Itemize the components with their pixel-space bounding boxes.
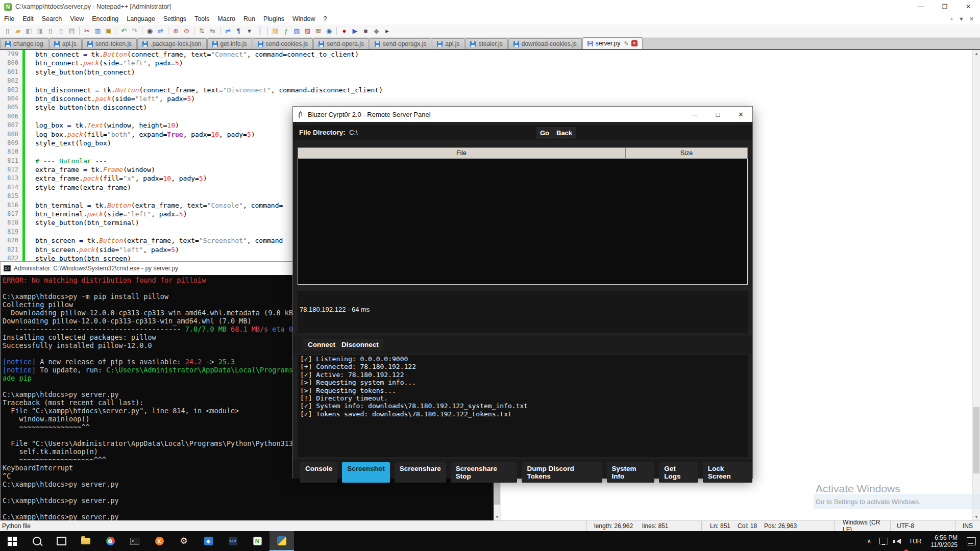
sync-v-icon[interactable]: ⇅ (197, 26, 207, 36)
get-logs-button[interactable]: Get Logs (659, 462, 698, 483)
language-indicator[interactable]: TUR (905, 531, 926, 551)
file-listbox[interactable] (298, 159, 748, 285)
panel-minimize-button[interactable]: — (683, 107, 706, 122)
panel-maximize-button[interactable]: □ (706, 107, 729, 122)
screenshot-button[interactable]: Screenshot (342, 462, 390, 483)
taskbar-chrome-icon[interactable] (98, 531, 122, 551)
redo-icon[interactable]: ↷ (130, 26, 139, 36)
volume-muted-icon[interactable]: ✕ (892, 531, 905, 551)
export-pdf-icon[interactable]: ▨ (303, 26, 312, 36)
status-eol[interactable]: Windows (CR LF) (835, 521, 891, 531)
close-tab-icon[interactable]: ✕ (631, 40, 638, 46)
tab-close-icon[interactable]: ✕ (969, 16, 974, 22)
lock-screen-button[interactable]: Lock Screen (703, 462, 752, 483)
screenshare-button[interactable]: Screenshare (395, 462, 446, 483)
panel-close-button[interactable]: ✕ (729, 107, 752, 122)
pin-tab-icon[interactable]: ✎ (624, 40, 628, 47)
menu-encoding[interactable]: Encoding (88, 14, 122, 23)
connect-button[interactable]: Connect (303, 339, 340, 350)
taskbar-xampp-icon[interactable]: X (147, 531, 172, 551)
menu-view[interactable]: View (66, 14, 88, 23)
taskbar-dark-app-icon[interactable]: </> (220, 531, 245, 551)
disconnect-button[interactable]: Disconnect (337, 339, 383, 350)
status-encoding[interactable]: UTF-8 (891, 521, 955, 531)
paste-icon[interactable]: ▣ (104, 26, 113, 36)
column-header-file[interactable]: File (298, 147, 625, 159)
menu-edit[interactable]: Edit (18, 14, 38, 23)
action-center-icon[interactable] (963, 531, 980, 551)
scroll-up-icon[interactable]: ▲ (973, 50, 980, 57)
close-button[interactable]: ✕ (957, 0, 980, 13)
tab-send-token.js[interactable]: send-token.js (82, 38, 137, 49)
tab-.package-lock.json[interactable]: .package-lock.json (137, 38, 206, 49)
folder-workspace-icon[interactable]: ▧ (292, 26, 302, 36)
new-file-icon[interactable]: ▯ (3, 26, 12, 36)
clock[interactable]: 6:56 PM 11/9/2025 (926, 534, 963, 548)
maximize-button[interactable]: ❐ (933, 0, 957, 13)
cmd-scroll-down-icon[interactable]: ▼ (494, 513, 501, 520)
play-macro-icon[interactable]: ▶ (350, 26, 360, 36)
menu-run[interactable]: Run (239, 14, 259, 23)
menu-?[interactable]: ? (319, 14, 331, 23)
copy-icon[interactable]: ▥ (93, 26, 103, 36)
tab-api.js[interactable]: api.js (49, 38, 82, 49)
stop-macro-icon[interactable]: ■ (361, 26, 371, 36)
taskbar-blue-app-icon[interactable]: ◆ (196, 531, 220, 551)
taskbar-explorer-icon[interactable] (74, 531, 98, 551)
zoom-out-icon[interactable]: ⊖ (182, 26, 191, 36)
panel-titlebar[interactable]: Bluzer Cyrpt0r 2.0 - Remote Server Panel… (293, 107, 752, 122)
indent-guide-icon[interactable]: ┆ (255, 26, 265, 36)
menu-macro[interactable]: Macro (213, 14, 239, 23)
close-doc-icon[interactable]: ▯ (45, 26, 55, 36)
doc-map-icon[interactable]: ▦ (271, 26, 280, 36)
editor-vertical-scrollbar[interactable]: ▲ ▼ (972, 50, 980, 520)
tab-send-operagx.js[interactable]: send-operagx.js (370, 38, 431, 49)
menu-window[interactable]: Window (288, 14, 319, 23)
mail-icon[interactable]: ✉ (313, 26, 323, 36)
taskbar-terminal-icon[interactable]: >_ (122, 531, 147, 551)
taskbar-start-icon[interactable] (0, 531, 24, 551)
menu-language[interactable]: Language (122, 14, 159, 23)
tab-change.log[interactable]: change.log (0, 38, 48, 49)
file-directory-input[interactable]: C:\ (349, 129, 358, 136)
save-icon[interactable]: ◧ (24, 26, 34, 36)
taskbar-settings-icon[interactable]: ⚙ (172, 531, 196, 551)
tray-chevron-icon[interactable]: ∧ (863, 531, 875, 551)
close-all-icon[interactable]: ▯ (56, 26, 66, 36)
network-icon[interactable] (875, 531, 892, 551)
menu-tools[interactable]: Tools (190, 14, 213, 23)
taskbar-notepad-plus-plus-icon[interactable]: N (245, 531, 270, 551)
tab-new-icon[interactable]: + (950, 16, 953, 22)
tab-send-opera.js[interactable]: send-opera.js (313, 38, 369, 49)
scroll-down-icon[interactable]: ▼ (973, 513, 980, 520)
dropdown-icon[interactable]: ▾ (244, 26, 254, 36)
cut-icon[interactable]: ✂ (82, 26, 92, 36)
tab-list-icon[interactable]: ▼ (959, 16, 964, 22)
word-wrap-icon[interactable]: ⇌ (223, 26, 233, 36)
print-icon[interactable]: ▤ (67, 26, 77, 36)
tab-stealer.js[interactable]: stealer.js (465, 38, 507, 49)
screenshare-stop-button[interactable]: Screenshare Stop (451, 462, 518, 483)
save-all-icon[interactable]: ◨ (35, 26, 44, 36)
back-button[interactable]: Back (553, 127, 576, 139)
show-symbols-icon[interactable]: ¶ (234, 26, 243, 36)
save-macro-icon[interactable]: ◆ (372, 26, 381, 36)
run-multi-icon[interactable]: ▸ (382, 26, 392, 36)
panel-log-box[interactable]: [✓] Listening: 0.0.0.0:9000[+] Connected… (298, 355, 748, 457)
taskbar-search-icon[interactable] (24, 531, 49, 551)
status-insert-mode[interactable]: INS (955, 521, 980, 531)
menu-plugins[interactable]: Plugins (259, 14, 288, 23)
taskbar-taskview-icon[interactable] (49, 531, 74, 551)
function-list-icon[interactable]: ƒ (281, 26, 291, 36)
system-info-button[interactable]: System Info (607, 462, 655, 483)
tab-api.js[interactable]: api.js (432, 38, 464, 49)
tab-send-cookies.js[interactable]: send-cookies.js (253, 38, 313, 49)
menu-settings[interactable]: Settings (159, 14, 190, 23)
tab-download-cookies.js[interactable]: download-cookies.js (508, 38, 582, 49)
menu-search[interactable]: Search (38, 14, 66, 23)
undo-icon[interactable]: ↶ (119, 26, 129, 36)
console-button[interactable]: Console (300, 462, 337, 483)
zoom-in-icon[interactable]: ⊕ (171, 26, 181, 36)
menu-file[interactable]: File (0, 14, 18, 23)
open-folder-icon[interactable]: ▰ (13, 26, 23, 36)
